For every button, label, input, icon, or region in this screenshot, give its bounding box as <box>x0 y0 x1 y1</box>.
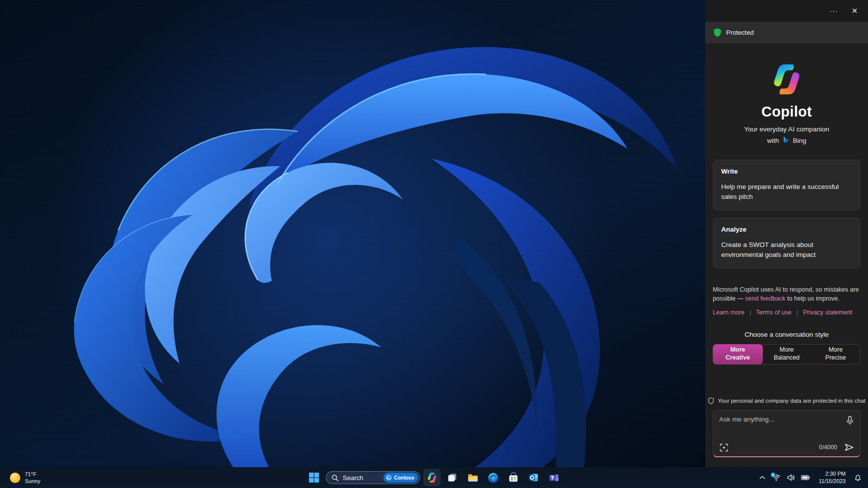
hidden-icons-button[interactable] <box>757 470 768 485</box>
chat-input-box[interactable]: 0/4000 <box>713 410 861 457</box>
send-feedback-link[interactable]: send feedback <box>745 295 785 302</box>
shield-protected-icon <box>713 28 722 37</box>
style-more-precise[interactable]: More Precise <box>811 345 860 364</box>
bing-icon <box>782 136 790 144</box>
wifi-button[interactable]: 1 <box>770 470 783 485</box>
contoso-badge-label: Contoso <box>394 475 414 481</box>
chevron-up-icon <box>759 474 766 481</box>
store-icon <box>508 472 519 483</box>
search-box[interactable]: Search Contoso <box>326 471 420 484</box>
shield-outline-icon <box>708 397 714 404</box>
protected-banner[interactable]: Protected <box>705 22 868 43</box>
store-button[interactable] <box>505 469 522 486</box>
sun-icon <box>10 473 20 483</box>
style-line1: More <box>828 346 842 354</box>
date-label: 11/15/2023 <box>819 478 846 485</box>
weather-widget[interactable]: 71°F Sunny <box>6 467 44 488</box>
data-protection-note: Your personal and company data are prote… <box>708 397 866 404</box>
search-label: Search <box>343 474 379 482</box>
conversation-style-heading: Choose a conversation style <box>744 331 829 338</box>
task-view-icon <box>447 472 458 483</box>
taskbar-copilot-icon[interactable] <box>424 469 440 486</box>
legal-links: Learn more | Terms of use | Privacy stat… <box>713 309 861 316</box>
link-divider: | <box>749 309 751 316</box>
copilot-subtitle: Your everyday AI companion <box>744 125 829 133</box>
copilot-title: Copilot <box>761 104 812 120</box>
edge-button[interactable] <box>485 469 501 486</box>
more-options-button[interactable]: ··· <box>825 3 842 18</box>
volume-icon <box>787 474 795 482</box>
learn-more-link[interactable]: Learn more <box>713 309 744 316</box>
battery-icon <box>801 474 810 481</box>
taskbar-center-apps: Search Contoso <box>306 467 562 488</box>
style-more-balanced[interactable]: More Balanced <box>762 345 811 364</box>
copilot-panel-body: Copilot Your everyday AI companion with … <box>705 43 868 467</box>
character-counter: 0/4000 <box>819 444 837 451</box>
copilot-titlebar: ··· ✕ <box>705 0 868 22</box>
weather-temperature: 71°F <box>25 471 40 478</box>
ai-disclaimer: Microsoft Copilot uses AI to respond, so… <box>713 285 861 303</box>
notification-button[interactable] <box>852 470 864 485</box>
system-tray: 1 2:30 PM 11/15/2023 <box>757 467 864 488</box>
file-explorer-button[interactable] <box>464 469 481 486</box>
data-protection-text: Your personal and company data are prote… <box>718 398 866 404</box>
protected-label: Protected <box>726 29 754 36</box>
send-icon[interactable] <box>844 442 854 452</box>
style-line2: Precise <box>825 354 846 362</box>
contoso-badge[interactable]: Contoso <box>383 473 418 483</box>
file-explorer-icon <box>467 472 479 484</box>
suggestion-card-write[interactable]: Write Help me prepare and write a succes… <box>713 160 861 210</box>
outlook-icon <box>528 472 539 483</box>
contoso-logo-icon <box>386 475 392 481</box>
chat-input[interactable] <box>719 416 846 435</box>
suggestion-card-analyze[interactable]: Analyze Create a SWOT analysis about env… <box>713 218 861 268</box>
screenshot-capture-icon[interactable] <box>719 443 729 452</box>
desktop-screen: ··· ✕ Protected <box>0 0 868 488</box>
volume-button[interactable] <box>785 470 797 485</box>
clock[interactable]: 2:30 PM 11/15/2023 <box>814 470 850 485</box>
bell-icon <box>854 474 862 482</box>
card-body: Create a SWOT analysis about environment… <box>721 240 852 259</box>
microphone-icon[interactable] <box>846 416 854 426</box>
start-button[interactable] <box>306 469 322 486</box>
with-label: with <box>767 137 779 144</box>
teams-button[interactable] <box>546 469 562 486</box>
close-button[interactable]: ✕ <box>846 3 863 18</box>
terms-of-use-link[interactable]: Terms of use <box>756 309 792 316</box>
card-body: Help me prepare and write a successful s… <box>721 182 852 201</box>
bing-label: Bing <box>793 137 806 144</box>
search-icon <box>331 474 339 482</box>
card-title: Analyze <box>721 226 852 233</box>
copilot-icon <box>427 472 437 483</box>
style-line1: More <box>780 346 794 354</box>
wifi-notification-badge: 1 <box>770 472 776 478</box>
time-label: 2:30 PM <box>825 470 846 478</box>
style-line2: Balanced <box>774 354 800 362</box>
windows-icon <box>309 472 319 483</box>
copilot-logo <box>770 63 803 96</box>
conversation-style-selector: More Creative More Balanced More Precise <box>713 344 861 365</box>
outlook-button[interactable] <box>525 469 542 486</box>
style-line2: Creative <box>726 354 750 362</box>
privacy-statement-link[interactable]: Privacy statement <box>803 309 852 316</box>
task-view-button[interactable] <box>444 469 461 486</box>
weather-condition: Sunny <box>25 478 40 485</box>
teams-icon <box>549 472 559 483</box>
taskbar: 71°F Sunny Search <box>0 467 868 488</box>
card-title: Write <box>721 168 852 175</box>
edge-icon <box>488 472 499 484</box>
copilot-sidebar: ··· ✕ Protected <box>705 0 868 467</box>
disclaimer-text-suffix: to help us improve. <box>786 295 840 302</box>
style-more-creative[interactable]: More Creative <box>713 344 763 365</box>
style-line1: More <box>730 346 745 354</box>
battery-button[interactable] <box>799 470 812 485</box>
link-divider: | <box>797 309 798 316</box>
with-bing-line: with Bing <box>767 136 806 144</box>
